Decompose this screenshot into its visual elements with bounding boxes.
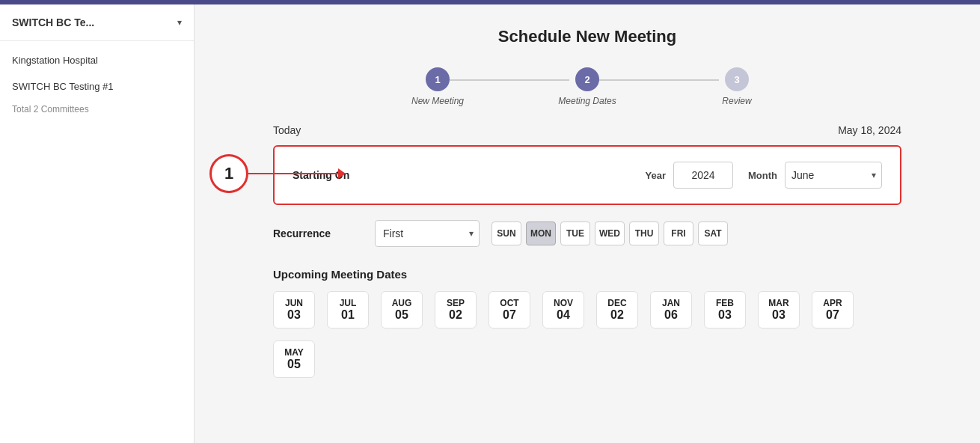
date-cell-month: JUL: [340, 298, 357, 308]
date-cell: APR07: [812, 291, 854, 329]
stepper-step-3: 3 Review: [662, 67, 812, 106]
upcoming-section: Upcoming Meeting Dates JUN03JUL01AUG05SE…: [273, 268, 901, 378]
date-cell: AUG05: [381, 291, 423, 329]
day-btn-mon[interactable]: MON: [526, 222, 556, 245]
date-cell-month: JUN: [285, 298, 303, 308]
date-cell: MAY05: [273, 340, 315, 378]
date-cell: MAR03: [758, 291, 800, 329]
recurrence-select-wrapper: First Second Third Fourth Last: [375, 220, 480, 247]
sidebar-title: SWITCH BC Te...: [12, 16, 94, 28]
day-btn-wed[interactable]: WED: [595, 222, 625, 245]
date-cell-month: OCT: [500, 298, 518, 308]
sidebar-total: Total 2 Committees: [0, 100, 194, 119]
page-title: Schedule New Meeting: [273, 27, 901, 46]
day-btn-tue[interactable]: TUE: [560, 222, 590, 245]
date-cell-day: 02: [610, 308, 624, 322]
dates-grid: JUN03JUL01AUG05SEP02OCT07NOV04DEC02JAN06…: [273, 291, 901, 378]
year-label: Year: [646, 170, 666, 181]
date-cell-month: MAR: [768, 298, 788, 308]
date-cell-month: JAN: [662, 298, 680, 308]
date-cell: DEC02: [596, 291, 638, 329]
date-cell: JAN06: [650, 291, 692, 329]
main-content: 1 Schedule New Meeting 1 New Meeting 2 M…: [195, 4, 980, 443]
step-label-2: Meeting Dates: [558, 96, 616, 106]
step-label-3: Review: [722, 96, 751, 106]
dropdown-icon[interactable]: ▾: [177, 17, 182, 28]
sidebar-item-switch[interactable]: SWITCH BC Testing #1: [0, 73, 194, 100]
sidebar: SWITCH BC Te... ▾ Kingstation Hospital S…: [0, 4, 195, 443]
stepper-step-1: 1 New Meeting: [363, 67, 512, 106]
date-cell-month: AUG: [392, 298, 412, 308]
date-cell: FEB03: [704, 291, 746, 329]
arrow-head: [338, 168, 346, 179]
year-input[interactable]: [673, 162, 733, 189]
step-label-1: New Meeting: [411, 96, 464, 106]
upcoming-label: Upcoming Meeting Dates: [273, 268, 901, 281]
month-field-group: Month January February March April May J…: [748, 162, 882, 189]
annotation-arrow: [248, 168, 346, 179]
date-cell-day: 06: [664, 308, 678, 322]
date-row: Today May 18, 2024: [273, 124, 901, 136]
recurrence-label: Recurrence: [273, 227, 363, 239]
sidebar-items: Kingstation Hospital SWITCH BC Testing #…: [0, 41, 194, 125]
date-cell: JUN03: [273, 291, 315, 329]
today-date: May 18, 2024: [838, 124, 901, 136]
month-select[interactable]: January February March April May June Ju…: [785, 162, 882, 189]
day-buttons: SUN MON TUE WED THU FRI SAT: [491, 222, 728, 245]
date-cell-day: 05: [395, 308, 408, 322]
date-cell: SEP02: [435, 291, 477, 329]
sidebar-header[interactable]: SWITCH BC Te... ▾: [0, 4, 194, 41]
recurrence-row: Recurrence First Second Third Fourth Las…: [273, 220, 901, 247]
date-cell-day: 04: [557, 308, 570, 322]
stepper: 1 New Meeting 2 Meeting Dates 3 Review: [273, 67, 901, 106]
date-cell-day: 02: [449, 308, 462, 322]
month-select-wrapper: January February March April May June Ju…: [785, 162, 882, 189]
date-cell-month: NOV: [554, 298, 573, 308]
date-cell: NOV04: [542, 291, 584, 329]
step-circle-3: 3: [725, 67, 749, 91]
date-cell-month: FEB: [716, 298, 734, 308]
date-cell: JUL01: [327, 291, 369, 329]
date-cell-day: 03: [718, 308, 732, 322]
today-label: Today: [273, 124, 301, 136]
step-circle-2: 2: [575, 67, 599, 91]
day-btn-thu[interactable]: THU: [629, 222, 659, 245]
date-cell-day: 03: [772, 308, 785, 322]
date-cell-day: 05: [287, 358, 301, 371]
step-circle-1: 1: [426, 67, 450, 91]
arrow-line: [248, 173, 338, 174]
date-cell: OCT07: [489, 291, 530, 329]
day-btn-sun[interactable]: SUN: [491, 222, 521, 245]
date-cell-day: 01: [341, 308, 355, 322]
date-cell-month: APR: [823, 298, 842, 308]
sidebar-item-kingstation[interactable]: Kingstation Hospital: [0, 47, 194, 73]
date-cell-month: DEC: [607, 298, 626, 308]
date-cell-month: SEP: [447, 298, 465, 308]
day-btn-fri[interactable]: FRI: [664, 222, 693, 245]
recurrence-select[interactable]: First Second Third Fourth Last: [375, 220, 480, 247]
annotation-circle: 1: [209, 154, 248, 193]
date-cell-day: 07: [503, 308, 516, 322]
year-field-group: Year: [646, 162, 733, 189]
starting-on-box: Starting On Year Month January February …: [273, 145, 901, 205]
stepper-step-2: 2 Meeting Dates: [512, 67, 662, 106]
date-cell-month: MAY: [284, 347, 304, 358]
date-cell-day: 07: [826, 308, 839, 322]
annotation-overlay: 1: [209, 154, 346, 193]
day-btn-sat[interactable]: SAT: [698, 222, 728, 245]
date-cell-day: 03: [287, 308, 301, 322]
month-label: Month: [748, 170, 777, 181]
